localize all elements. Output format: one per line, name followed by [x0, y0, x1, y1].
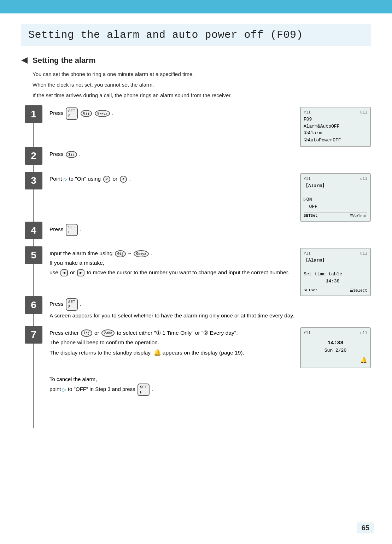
step-5-btn-9: 9wxyz — [134, 250, 149, 257]
section-desc-3: If the set time arrives during a call, t… — [33, 91, 371, 100]
step-1-period: . — [112, 110, 113, 116]
step-7-text: Press either 1ij or 2abc to select eithe… — [49, 326, 300, 364]
step-3-text-mid: to "On" using — [69, 176, 103, 182]
step-4-btn-set: SETF — [66, 224, 78, 236]
step-7-screen-date: Sun 2/20 — [304, 347, 367, 354]
step-7-screen-content: 14:38 Sun 2/20 🔔 — [304, 337, 367, 365]
section-desc-2: When the clock is not set, you cannot se… — [33, 81, 371, 89]
step-2-line — [33, 165, 34, 172]
step-6-extra-text: A screen appears for you to select wheth… — [49, 312, 294, 318]
step-1-screen-line2: Alarm&AutoOFF — [304, 123, 367, 130]
step-3-text: Point ▷ to "On" using ∨ or ∧ . — [49, 172, 300, 189]
step-5-move-text: to move the cursor to the number you wan… — [87, 269, 289, 275]
step-5-screen-col: Yll ull 【Alarm】 Set time table 14:38 SET… — [300, 246, 371, 296]
step-3-screen-line4: OFF — [304, 203, 367, 210]
step-5-body: Input the alarm time using 0ij ~ 9wxyz .… — [46, 246, 371, 296]
step-1-signal: Yll — [304, 110, 311, 115]
step-7-cancel-cursor: ▷ — [63, 386, 66, 394]
step-1-num-col: 1 — [21, 105, 46, 147]
step-5-footer-left: SETSet — [304, 288, 318, 293]
step-1-screen: Yll ull F09 Alarm&AutoOFF ①Alarm ②AutoPo… — [300, 107, 371, 147]
step-4-num-col: 4 — [21, 222, 46, 246]
step-7-signal: Yll — [304, 331, 311, 335]
step-1-number: 1 — [25, 105, 42, 123]
step-7: 7 Press either 1ij or 2abc to select eit… — [21, 326, 371, 428]
step-1-line — [33, 123, 34, 147]
step-5-text: Input the alarm time using 0ij ~ 9wxyz .… — [49, 246, 300, 283]
step-1-press-label: Press — [49, 110, 65, 116]
step-3-screen-content: 【Alarm】 ▷ON OFF — [304, 182, 367, 210]
step-7-cancel-point: point — [49, 386, 63, 392]
step-3-screen-line1: 【Alarm】 — [304, 182, 367, 189]
step-5-screen-content: 【Alarm】 Set time table 14:38 — [304, 257, 367, 285]
step-6: 6 Press SETF . A screen appears for you … — [21, 296, 371, 326]
step-3-screen-line3: ▷ON — [304, 196, 367, 203]
step-5-or-label: or — [70, 269, 76, 275]
step-1-btn-9: 9wxyz — [95, 110, 110, 117]
step-7-body: Press either 1ij or 2abc to select eithe… — [46, 326, 371, 396]
step-7-cancel-line1: To cancel the alarm, — [49, 375, 371, 384]
step-7-cancel-btn-set: SETF — [138, 384, 150, 396]
step-3-signal: Yll — [304, 177, 311, 181]
step-7-select-label: to select either "① 1 Time Only" or "② E… — [117, 330, 238, 336]
step-3-line — [33, 189, 34, 222]
step-5-use-label: use — [49, 269, 60, 275]
step-5-period: . — [151, 250, 152, 256]
step-1-screen-line3: ①Alarm — [304, 130, 367, 137]
step-6-line — [33, 314, 34, 326]
step-5-btn-fwd: ▶ — [77, 269, 84, 276]
step-1-battery: ull — [360, 110, 367, 115]
step-3-screen-footer: SETSet ☰Select — [304, 212, 367, 218]
step-5-input-label: Input the alarm time using — [49, 250, 114, 256]
step-5-screen-line2 — [304, 264, 367, 271]
section-bullet-icon — [21, 57, 28, 64]
step-7-cancel-section: To cancel the alarm, point ▷ to "OFF" in… — [49, 375, 371, 396]
step-5-screen-line4: 14:38 — [304, 278, 367, 285]
step-5-screen: Yll ull 【Alarm】 Set time table 14:38 SET… — [300, 248, 371, 296]
step-7-or-label: or — [94, 330, 101, 336]
step-5-battery: ull — [360, 251, 367, 256]
step-2-press-label: Press — [49, 151, 65, 157]
section-desc-1: You can set the phone to ring a one minu… — [33, 70, 371, 78]
step-7-line — [33, 344, 34, 428]
step-5-btn-0: 0ij — [115, 250, 126, 257]
step-7-screen: Yll ull 14:38 Sun 2/20 🔔 — [300, 327, 371, 368]
step-6-num-col: 6 — [21, 296, 46, 326]
step-1-screen-content: F09 Alarm&AutoOFF ①Alarm ②AutoPowerOFF — [304, 116, 367, 144]
step-7-screen-alarm-icon: 🔔 — [304, 356, 367, 365]
step-5: 5 Input the alarm time using 0ij ~ 9wxyz… — [21, 246, 371, 296]
step-7-number: 7 — [25, 326, 42, 344]
step-3-body: Point ▷ to "On" using ∨ or ∧ . Yll ull — [46, 172, 371, 222]
step-2-number: 2 — [25, 147, 42, 165]
step-4-press-label: Press — [49, 226, 65, 232]
step-3: 3 Point ▷ to "On" using ∨ or ∧ . Yll — [21, 172, 371, 222]
step-2: 2 Press 1ij . — [21, 147, 371, 172]
top-bar — [0, 0, 392, 13]
step-3-footer-right: ☰Select — [350, 213, 367, 218]
step-3-screen-line2 — [304, 189, 367, 197]
step-5-signal: Yll — [304, 251, 311, 256]
step-4-period: . — [80, 226, 81, 232]
step-1-btn-0: 0ij — [81, 110, 92, 117]
step-7-btn-1: 1ij — [81, 329, 92, 337]
step-7-battery: ull — [360, 331, 367, 335]
step-3-point-label: Point — [49, 176, 64, 182]
step-2-body: Press 1ij . — [46, 147, 371, 172]
step-5-screen-line3: Set time table — [304, 271, 367, 278]
step-5-screen-line1: 【Alarm】 — [304, 257, 367, 264]
step-6-press-label: Press — [49, 301, 65, 307]
steps-area: 1 Press SETF 0ij 9wxyz . Yll ull — [21, 105, 371, 428]
step-5-btn-back: ◀ — [60, 269, 68, 276]
step-3-num-col: 3 — [21, 172, 46, 222]
step-6-text: Press SETF . A screen appears for you to… — [49, 296, 371, 326]
section-header: Setting the alarm — [21, 56, 371, 65]
step-3-or-label: or — [112, 176, 119, 182]
page-number: 65 — [357, 522, 374, 533]
step-7-appears-text: appears on the display (page 19). — [163, 350, 244, 356]
step-1: 1 Press SETF 0ij 9wxyz . Yll ull — [21, 105, 371, 147]
step-5-mistake-label: If you make a mistake, — [49, 260, 104, 266]
step-3-battery: ull — [360, 177, 367, 181]
step-1-screen-line1: F09 — [304, 116, 367, 123]
step-7-btn-2: 2abc — [101, 329, 115, 337]
step-3-screen: Yll ull 【Alarm】 ▷ON OFF SETSet ☰Select — [300, 173, 371, 222]
